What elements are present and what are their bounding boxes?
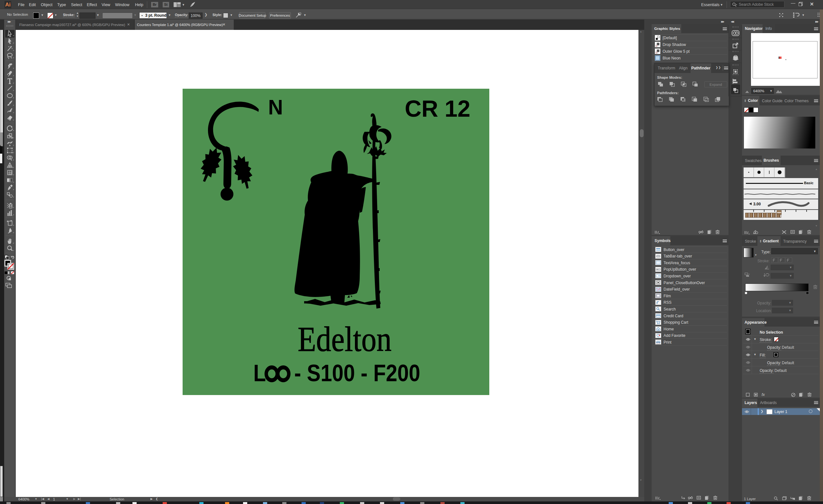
svg-text:N: N — [268, 96, 283, 119]
svg-text:Edelton: Edelton — [298, 320, 391, 359]
svg-text:- S100 - F200: - S100 - F200 — [288, 359, 420, 386]
svg-text:CR 12: CR 12 — [405, 96, 470, 122]
svg-text:L: L — [253, 359, 266, 386]
